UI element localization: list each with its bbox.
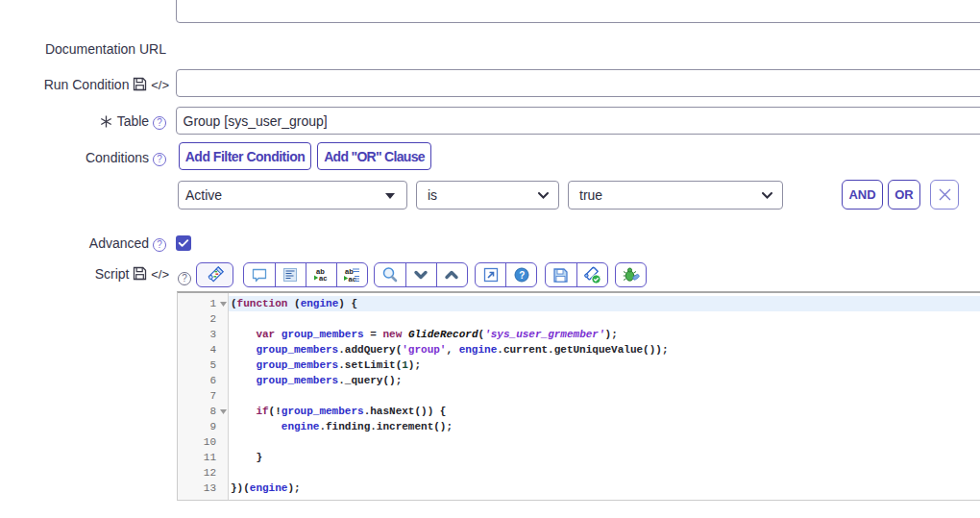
svg-text:?: ? bbox=[519, 270, 525, 281]
svg-text:ac: ac bbox=[319, 274, 327, 283]
